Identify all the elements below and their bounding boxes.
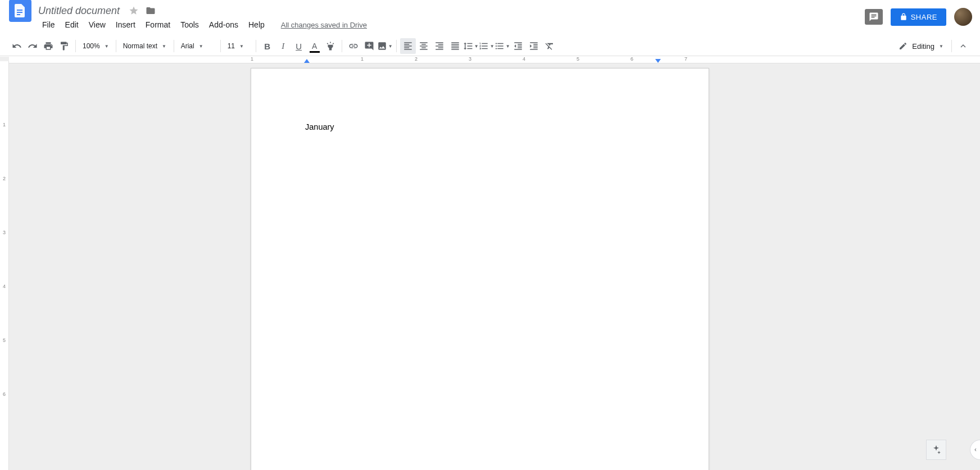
align-left-button[interactable] — [400, 38, 416, 54]
menu-tools[interactable]: Tools — [175, 18, 204, 31]
collapse-toolbar-button[interactable] — [955, 38, 971, 54]
menu-edit[interactable]: Edit — [60, 18, 84, 31]
bold-button[interactable]: B — [260, 38, 275, 54]
svg-rect-1 — [17, 12, 22, 13]
font-select[interactable]: Arial▼ — [178, 42, 217, 50]
canvas-area: 1 1 2 3 4 5 6 7 1 2 3 4 5 6 January — [0, 57, 980, 470]
separator — [220, 40, 221, 52]
avatar[interactable] — [954, 8, 972, 26]
svg-rect-0 — [17, 10, 22, 11]
comment-button[interactable] — [361, 38, 377, 54]
share-button[interactable]: SHARE — [891, 8, 946, 26]
toolbar-right: Editing ▼ — [894, 38, 971, 54]
clear-format-button[interactable] — [542, 38, 557, 54]
header-right: SHARE — [865, 8, 972, 26]
undo-button[interactable] — [9, 38, 25, 54]
separator — [342, 40, 342, 52]
star-icon[interactable] — [129, 6, 139, 16]
link-button[interactable] — [346, 38, 361, 54]
chevron-down-icon: ▼ — [199, 44, 203, 49]
menu-view[interactable]: View — [84, 18, 111, 31]
align-right-button[interactable] — [432, 38, 447, 54]
chevron-down-icon: ▼ — [939, 44, 943, 49]
style-select[interactable]: Normal text▼ — [120, 42, 170, 50]
fontsize-select[interactable]: 11▼ — [224, 42, 252, 50]
separator — [396, 40, 397, 52]
menu-addons[interactable]: Add-ons — [204, 18, 243, 31]
horizontal-ruler[interactable]: 1 1 2 3 4 5 6 7 — [9, 57, 980, 63]
zoom-select[interactable]: 100%▼ — [79, 42, 112, 50]
decrease-indent-button[interactable] — [510, 38, 526, 54]
menu-format[interactable]: Format — [140, 18, 175, 31]
lock-icon — [900, 13, 908, 21]
toolbar: 100%▼ Normal text▼ Arial▼ 11▼ B I U A ▼ … — [0, 36, 980, 56]
chevron-down-icon: ▼ — [239, 44, 244, 49]
document-page[interactable]: January — [251, 68, 709, 470]
document-title[interactable]: Untitled document — [38, 5, 120, 17]
menu-insert[interactable]: Insert — [111, 18, 140, 31]
chevron-down-icon: ▼ — [388, 44, 393, 49]
numbered-list-button[interactable]: ▼ — [479, 38, 494, 54]
ruler-left-indent-marker[interactable] — [304, 59, 310, 63]
chevron-down-icon: ▼ — [506, 44, 510, 49]
print-button[interactable] — [40, 38, 56, 54]
increase-indent-button[interactable] — [526, 38, 542, 54]
titlebar: Untitled document — [0, 0, 980, 17]
vertical-ruler[interactable]: 1 2 3 4 5 6 — [0, 61, 9, 470]
menu-file[interactable]: File — [37, 18, 60, 31]
share-label: SHARE — [911, 13, 937, 21]
chevron-down-icon: ▼ — [490, 44, 494, 49]
chevron-down-icon: ▼ — [105, 44, 109, 49]
image-button[interactable]: ▼ — [377, 38, 393, 54]
align-justify-button[interactable] — [447, 38, 463, 54]
italic-button[interactable]: I — [275, 38, 291, 54]
comments-button[interactable] — [865, 9, 883, 25]
docs-logo[interactable] — [9, 0, 31, 22]
menubar: File Edit View Insert Format Tools Add-o… — [0, 17, 980, 33]
separator — [116, 40, 116, 52]
ruler-right-indent-marker[interactable] — [655, 59, 661, 63]
redo-button[interactable] — [25, 38, 40, 54]
svg-rect-2 — [17, 14, 20, 15]
line-spacing-button[interactable]: ▼ — [463, 38, 479, 54]
chevron-down-icon: ▼ — [474, 44, 479, 49]
separator — [174, 40, 174, 52]
separator — [75, 40, 76, 52]
menu-help[interactable]: Help — [243, 18, 270, 31]
separator — [951, 40, 952, 52]
editing-mode-button[interactable]: Editing ▼ — [894, 42, 948, 51]
bulleted-list-button[interactable]: ▼ — [494, 38, 510, 54]
folder-icon[interactable] — [146, 6, 156, 16]
underline-button[interactable]: U — [291, 38, 307, 54]
paint-format-button[interactable] — [56, 38, 72, 54]
explore-button[interactable] — [926, 440, 946, 460]
separator — [256, 40, 256, 52]
document-content[interactable]: January — [251, 69, 709, 185]
pencil-icon — [899, 42, 908, 51]
save-status[interactable]: All changes saved in Drive — [281, 21, 367, 29]
chevron-down-icon: ▼ — [162, 44, 166, 49]
align-center-button[interactable] — [416, 38, 432, 54]
text-color-button[interactable]: A — [307, 38, 323, 54]
highlight-button[interactable] — [323, 38, 338, 54]
